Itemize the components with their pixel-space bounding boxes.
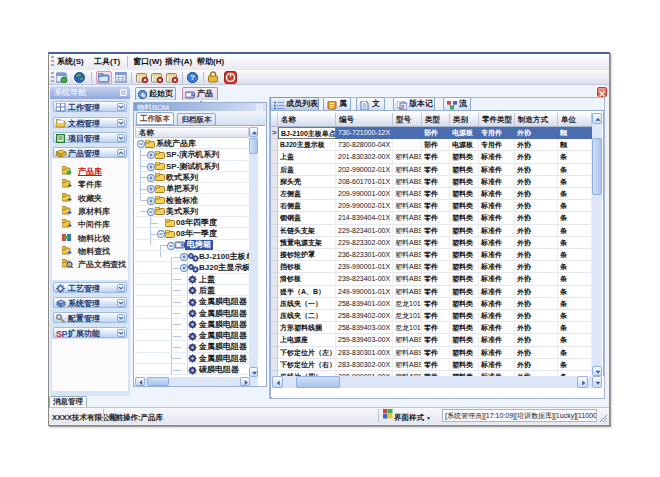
svg-text:P: P: [62, 329, 68, 338]
svg-text:?: ?: [190, 73, 195, 82]
